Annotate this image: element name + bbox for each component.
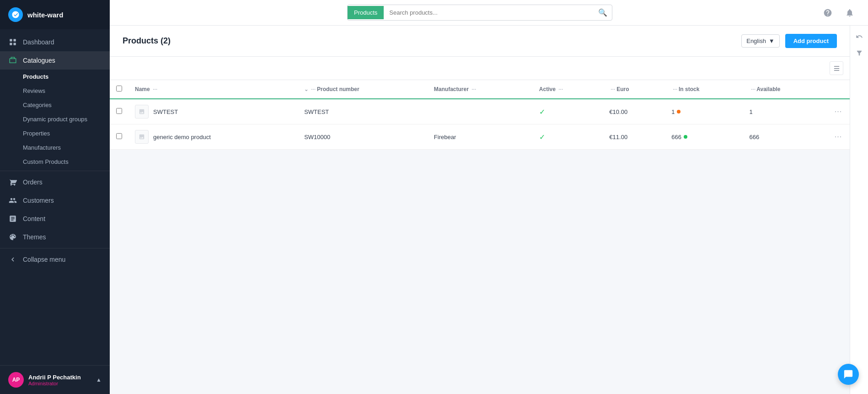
- user-profile[interactable]: AP Andrii P Pechatkin Administrator ▲: [0, 365, 110, 394]
- sidebar-subitem-reviews[interactable]: Reviews: [0, 84, 110, 98]
- table-row: generic demo product SW10000 Firebear ✓ …: [110, 124, 850, 150]
- page-content: Products (2) English ▼ Add product: [110, 26, 850, 394]
- orders-icon: [8, 178, 17, 187]
- product-price: €11.00: [603, 124, 665, 150]
- collapse-icon: [8, 255, 17, 264]
- manufacturer-sort-icon[interactable]: ⋯: [472, 87, 476, 92]
- sidebar-subitem-manufacturers[interactable]: Manufacturers: [0, 140, 110, 155]
- columns-settings-button[interactable]: [830, 61, 843, 75]
- language-selector[interactable]: English ▼: [741, 34, 780, 48]
- products-table: Name ⋯ ⌄ ⋯ Product number Manufacturer ⋯: [110, 80, 850, 150]
- page-title: Products (2): [123, 36, 171, 46]
- stock-count: 666: [671, 134, 681, 140]
- available-sort-icon[interactable]: ⋯: [751, 87, 757, 92]
- product-name-cell: generic demo product: [129, 124, 298, 150]
- language-label: English: [746, 38, 766, 44]
- header-euro: ⋯ Euro: [603, 80, 665, 99]
- row-action-menu-button[interactable]: ···: [835, 108, 842, 115]
- search-input[interactable]: [384, 6, 594, 19]
- sidebar-item-themes[interactable]: Themes: [0, 228, 110, 246]
- product-manufacturer: Firebear: [428, 124, 533, 150]
- row-checkbox-cell: [110, 99, 129, 124]
- name-sort-icon[interactable]: ⋯: [153, 87, 157, 92]
- add-product-button[interactable]: Add product: [785, 34, 837, 48]
- active-check-icon: ✓: [539, 133, 545, 141]
- svg-rect-2: [10, 43, 12, 45]
- app-name: white-ward: [27, 11, 63, 19]
- row-checkbox[interactable]: [116, 133, 122, 139]
- product-name[interactable]: generic demo product: [153, 134, 211, 140]
- sidebar-item-label: Customers: [23, 197, 54, 204]
- row-checkbox[interactable]: [116, 108, 122, 114]
- products-table-container: Name ⋯ ⌄ ⋯ Product number Manufacturer ⋯: [110, 57, 850, 150]
- notifications-button[interactable]: [842, 5, 857, 20]
- chat-button[interactable]: [838, 364, 859, 385]
- sidebar-item-label: Dashboard: [23, 38, 54, 46]
- svg-rect-0: [10, 39, 12, 41]
- svg-rect-3: [14, 43, 16, 45]
- row-actions-cell: ···: [827, 99, 850, 124]
- table-body: SWTEST SWTEST ✓ €10.00 1: [110, 99, 850, 150]
- sidebar-item-orders[interactable]: Orders: [0, 173, 110, 191]
- svg-rect-1: [14, 39, 16, 41]
- sidebar-item-dashboard[interactable]: Dashboard: [0, 33, 110, 51]
- table-top-actions: [110, 57, 850, 80]
- product-available: 666: [743, 124, 827, 150]
- row-actions-cell: ···: [827, 124, 850, 150]
- sidebar-item-customers[interactable]: Customers: [0, 191, 110, 210]
- sidebar-item-collapse[interactable]: Collapse menu: [0, 250, 110, 269]
- sidebar-subitem-properties[interactable]: Properties: [0, 126, 110, 140]
- filter-button[interactable]: [852, 46, 867, 60]
- sidebar-item-label: Collapse menu: [23, 256, 65, 263]
- product-number: SW10000: [298, 124, 428, 150]
- app-logo: [8, 7, 23, 22]
- product-stock: 666: [665, 124, 743, 150]
- product-price: €10.00: [603, 99, 665, 124]
- product-name-cell: SWTEST: [129, 99, 298, 124]
- user-role: Administrator: [28, 381, 91, 386]
- in-stock-sort-icon[interactable]: ⋯: [673, 87, 679, 92]
- header-checkbox-cell: [110, 80, 129, 99]
- page-header-actions: English ▼ Add product: [741, 34, 837, 48]
- sidebar-subitem-custom-products[interactable]: Custom Products: [0, 155, 110, 169]
- user-info: Andrii P Pechatkin Administrator: [28, 374, 91, 386]
- sidebar-subitem-categories[interactable]: Categories: [0, 98, 110, 112]
- table-row: SWTEST SWTEST ✓ €10.00 1: [110, 99, 850, 124]
- content-icon: [8, 214, 17, 223]
- search-button[interactable]: 🔍: [594, 5, 612, 20]
- stock-status-dot: [684, 135, 687, 139]
- product-manufacturer: [428, 99, 533, 124]
- stock-status-dot: [677, 110, 680, 113]
- row-action-menu-button[interactable]: ···: [835, 133, 842, 140]
- main-area: Products 🔍 Products (2) English ▼: [110, 0, 868, 394]
- sidebar-nav: Dashboard Catalogues Products Reviews Ca…: [0, 29, 110, 365]
- sidebar-subitem-products[interactable]: Products: [0, 70, 110, 84]
- search-tab[interactable]: Products: [348, 6, 384, 19]
- header-name: Name ⋯: [129, 80, 298, 99]
- sidebar-subitem-dynamic-product-groups[interactable]: Dynamic product groups: [0, 112, 110, 126]
- sidebar-item-content[interactable]: Content: [0, 210, 110, 228]
- dashboard-icon: [8, 38, 17, 47]
- content-wrapper: Products (2) English ▼ Add product: [110, 26, 868, 394]
- chevron-icon: ⌄: [304, 86, 310, 92]
- sidebar-item-catalogues[interactable]: Catalogues: [0, 51, 110, 70]
- select-all-checkbox[interactable]: [116, 86, 122, 92]
- chevron-up-icon: ▲: [96, 377, 102, 383]
- product-image: [135, 130, 149, 144]
- euro-sort-icon[interactable]: ⋯: [611, 87, 616, 92]
- sidebar-item-label: Themes: [23, 233, 46, 241]
- stock-count: 1: [671, 108, 675, 115]
- page-header: Products (2) English ▼ Add product: [110, 26, 850, 57]
- undo-button[interactable]: [852, 29, 867, 44]
- product-name[interactable]: SWTEST: [153, 108, 178, 115]
- sidebar-item-label: Catalogues: [23, 57, 55, 64]
- header-product-number: ⌄ ⋯ Product number: [298, 80, 428, 99]
- customers-icon: [8, 196, 17, 205]
- sidebar: white-ward Dashboard Catalogues Products…: [0, 0, 110, 394]
- active-sort-icon[interactable]: ⋯: [558, 87, 563, 92]
- product-active: ✓: [533, 124, 603, 150]
- product-number-sort-icon[interactable]: ⋯: [311, 87, 317, 92]
- row-checkbox-cell: [110, 124, 129, 150]
- sidebar-item-label: Content: [23, 215, 45, 222]
- help-button[interactable]: [820, 5, 835, 20]
